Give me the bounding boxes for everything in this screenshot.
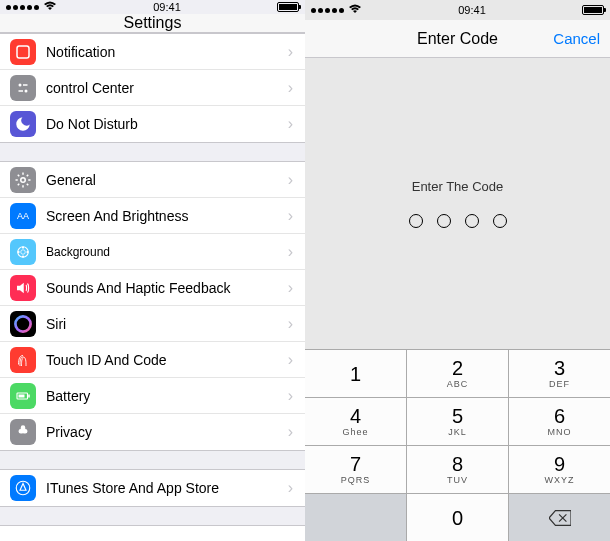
code-prompt: Enter The Code: [412, 179, 504, 194]
svg-point-11: [22, 255, 24, 257]
settings-row-sounds[interactable]: Sounds And Haptic Feedback›: [0, 270, 305, 306]
svg-point-10: [26, 250, 28, 252]
settings-group: [0, 525, 305, 541]
key-number: 8: [452, 454, 463, 474]
settings-group: Notification›control Center›Do Not Distu…: [0, 33, 305, 143]
keypad-1[interactable]: 1: [305, 350, 406, 397]
chevron-right-icon: ›: [288, 171, 293, 189]
svg-rect-2: [23, 84, 28, 86]
nav-title: Settings: [124, 14, 182, 32]
key-letters: DEF: [549, 379, 570, 389]
chevron-right-icon: ›: [288, 79, 293, 97]
row-label: Screen And Brightness: [46, 208, 288, 224]
siri-icon: [10, 311, 36, 337]
svg-point-12: [17, 250, 19, 252]
key-letters: WXYZ: [545, 475, 575, 485]
svg-point-5: [21, 177, 26, 182]
chevron-right-icon: ›: [288, 115, 293, 133]
general-icon: [10, 167, 36, 193]
key-number: 2: [452, 358, 463, 378]
keypad-6[interactable]: 6MNO: [509, 398, 610, 445]
key-number: 1: [350, 364, 361, 384]
key-letters: PQRS: [341, 475, 371, 485]
key-letters: Ghee: [342, 427, 368, 437]
backspace-icon: [549, 510, 571, 526]
sounds-icon: [10, 275, 36, 301]
battery-icon: [10, 383, 36, 409]
settings-row-privacy[interactable]: Privacy›: [0, 414, 305, 450]
chevron-right-icon: ›: [288, 279, 293, 297]
svg-point-9: [22, 246, 24, 248]
settings-row-dnd[interactable]: Do Not Disturb›: [0, 106, 305, 142]
nav-title: Enter Code: [417, 30, 498, 48]
keypad-backspace[interactable]: [509, 494, 610, 541]
keypad-8[interactable]: 8TUV: [407, 446, 508, 493]
code-entry-area: Enter The Code: [305, 58, 610, 349]
keypad-7[interactable]: 7PQRS: [305, 446, 406, 493]
key-number: 5: [452, 406, 463, 426]
wifi-icon: [348, 3, 362, 17]
svg-point-1: [19, 83, 22, 86]
settings-screen: 09:41 Settings Notification›control Cent…: [0, 0, 305, 541]
keypad-9[interactable]: 9WXYZ: [509, 446, 610, 493]
settings-row-appstore[interactable]: ITunes Store And App Store›: [0, 470, 305, 506]
keypad-blank: [305, 494, 406, 541]
key-letters: MNO: [548, 427, 572, 437]
settings-row-siri[interactable]: Siri›: [0, 306, 305, 342]
keypad-3[interactable]: 3DEF: [509, 350, 610, 397]
row-label: ITunes Store And App Store: [46, 480, 288, 496]
svg-point-8: [21, 249, 26, 254]
row-label: Touch ID And Code: [46, 352, 288, 368]
control-center-icon: [10, 75, 36, 101]
dnd-icon: [10, 111, 36, 137]
background-icon: [10, 239, 36, 265]
chevron-right-icon: ›: [288, 43, 293, 61]
status-time: 09:41: [153, 1, 181, 13]
touchid-icon: [10, 347, 36, 373]
key-number: 7: [350, 454, 361, 474]
svg-text:AA: AA: [17, 211, 29, 221]
key-letters: ABC: [447, 379, 469, 389]
wifi-icon: [43, 0, 57, 14]
row-label: Do Not Disturb: [46, 116, 288, 132]
key-number: 0: [452, 508, 463, 528]
settings-row-touchid[interactable]: Touch ID And Code›: [0, 342, 305, 378]
settings-row-general[interactable]: General›: [0, 162, 305, 198]
battery-icon: [582, 5, 604, 15]
row-label: Background: [46, 245, 288, 259]
chevron-right-icon: ›: [288, 479, 293, 497]
key-number: 6: [554, 406, 565, 426]
appstore-icon: [10, 475, 36, 501]
svg-rect-0: [17, 46, 29, 58]
keypad-0[interactable]: 0: [407, 494, 508, 541]
status-time: 09:41: [458, 4, 486, 16]
row-label: Notification: [46, 44, 288, 60]
nav-bar: Settings: [0, 14, 305, 33]
keypad-5[interactable]: 5JKL: [407, 398, 508, 445]
passcode-screen: 09:41 Enter Code Cancel Enter The Code 1…: [305, 0, 610, 541]
key-number: 3: [554, 358, 565, 378]
keypad-2[interactable]: 2ABC: [407, 350, 508, 397]
cancel-button[interactable]: Cancel: [553, 30, 600, 47]
key-number: 4: [350, 406, 361, 426]
settings-row-background[interactable]: Background›: [0, 234, 305, 270]
notification-icon: [10, 39, 36, 65]
settings-row-control-center[interactable]: control Center›: [0, 70, 305, 106]
settings-list: Notification›control Center›Do Not Distu…: [0, 33, 305, 541]
signal-dots-icon: [311, 8, 344, 13]
battery-icon: [277, 2, 299, 12]
keypad-4[interactable]: 4Ghee: [305, 398, 406, 445]
settings-row-battery[interactable]: Battery›: [0, 378, 305, 414]
settings-row-notification[interactable]: Notification›: [0, 34, 305, 70]
brightness-icon: AA: [10, 203, 36, 229]
row-label: General: [46, 172, 288, 188]
row-label: Privacy: [46, 424, 288, 440]
svg-rect-16: [28, 394, 30, 397]
chevron-right-icon: ›: [288, 387, 293, 405]
row-label: Sounds And Haptic Feedback: [46, 280, 288, 296]
status-bar: 09:41: [305, 0, 610, 20]
settings-row-brightness[interactable]: AAScreen And Brightness›: [0, 198, 305, 234]
key-letters: JKL: [448, 427, 467, 437]
key-letters: TUV: [447, 475, 468, 485]
numeric-keypad: 12ABC3DEF4Ghee5JKL6MNO7PQRS8TUV9WXYZ0: [305, 349, 610, 541]
